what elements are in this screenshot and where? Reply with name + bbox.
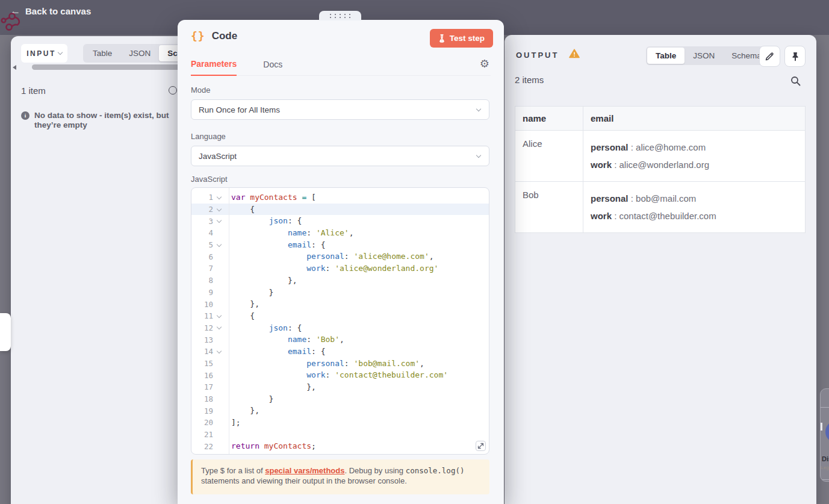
warning-icon: [569, 49, 580, 58]
code-line[interactable]: },: [231, 298, 489, 310]
mode-label: Mode: [191, 86, 211, 95]
code-line[interactable]: },: [231, 405, 489, 417]
name-cell: Bob: [515, 182, 583, 233]
line-number: 14: [191, 347, 213, 356]
name-cell: Alice: [515, 131, 583, 182]
input-source-selector[interactable]: INPUT: [21, 44, 67, 63]
table-row: Alicepersonal : alice@home.comwork : ali…: [515, 131, 806, 182]
code-editor[interactable]: 12345678910111213141516171819202122 var …: [191, 187, 489, 455]
chevron-down-icon: [476, 106, 481, 111]
flask-icon: [438, 34, 446, 43]
code-editor-label: JavaScript: [191, 175, 228, 184]
code-line[interactable]: personal: 'alice@home.com',: [231, 250, 489, 263]
output-title: OUTPUT: [516, 51, 559, 60]
code-line[interactable]: json: {: [231, 322, 489, 334]
input-tab-table[interactable]: Table: [84, 45, 120, 61]
info-icon: i: [21, 111, 29, 120]
line-number: 7: [191, 264, 213, 273]
line-number: 4: [191, 228, 213, 237]
output-table: nameemail Alicepersonal : alice@home.com…: [515, 106, 806, 233]
avatar: [825, 421, 829, 443]
line-number: 10: [191, 300, 213, 309]
n8n-logo-icon: [0, 10, 31, 33]
code-line[interactable]: {: [231, 204, 489, 216]
output-view-tabs: Table JSON Schema: [646, 46, 771, 65]
language-label: Language: [191, 132, 226, 141]
code-node-modal: {} Code Test step Parameters Docs ⚙ Mode…: [178, 20, 504, 504]
fold-chevron-icon[interactable]: [213, 220, 225, 222]
editor-hint: Type $ for a list of special vars/method…: [191, 459, 489, 494]
code-line[interactable]: work: 'alice@wonderland.org': [231, 263, 489, 275]
line-number: 20: [191, 418, 213, 427]
line-number: 13: [191, 335, 213, 344]
editor-resize-handle[interactable]: [476, 441, 486, 451]
code-line[interactable]: return myContacts;: [231, 440, 489, 452]
code-line[interactable]: json: {: [231, 215, 489, 227]
code-line[interactable]: },: [231, 275, 489, 287]
refresh-icon[interactable]: [169, 86, 177, 95]
fold-chevron-icon[interactable]: [213, 350, 225, 353]
line-number: 18: [191, 394, 213, 403]
language-select[interactable]: JavaScript: [191, 146, 489, 166]
widget-text: Dis: [822, 455, 829, 462]
input-tab-json[interactable]: JSON: [120, 45, 159, 61]
widget-subtext: dLega: [820, 465, 829, 470]
line-number: 21: [191, 430, 213, 439]
modal-tabs: Parameters Docs: [191, 54, 491, 76]
edit-output-button[interactable]: [759, 46, 780, 67]
pencil-icon: [765, 52, 774, 61]
line-number: 2: [191, 205, 213, 214]
test-step-button[interactable]: Test step: [430, 29, 493, 48]
output-tab-json[interactable]: JSON: [685, 48, 723, 64]
special-vars-link[interactable]: special vars/methods: [265, 466, 344, 475]
code-line[interactable]: }: [231, 393, 489, 405]
input-title: INPUT: [26, 49, 56, 58]
tab-parameters[interactable]: Parameters: [191, 59, 237, 76]
mode-select[interactable]: Run Once for All Items: [191, 99, 489, 120]
code-line[interactable]: var myContacts = [: [231, 191, 489, 204]
editor-gutter: 12345678910111213141516171819202122: [191, 191, 229, 452]
line-number: 5: [191, 240, 213, 249]
code-line[interactable]: personal: 'bob@mail.com',: [231, 358, 489, 370]
line-number: 22: [191, 442, 213, 451]
tab-docs[interactable]: Docs: [263, 60, 282, 75]
chevron-down-icon: [58, 50, 63, 55]
output-panel: OUTPUT Table JSON Schema 2 items nameema…: [505, 35, 816, 504]
code-line[interactable]: email: {: [231, 346, 489, 358]
pin-data-button[interactable]: [784, 46, 806, 67]
fold-chevron-icon[interactable]: [213, 196, 225, 199]
column-header: email: [583, 107, 806, 131]
search-icon[interactable]: [790, 76, 801, 86]
pin-icon: [791, 52, 800, 61]
gear-icon[interactable]: ⚙: [480, 57, 489, 70]
output-tab-table[interactable]: Table: [647, 48, 685, 64]
panel-collapse-handle[interactable]: [0, 313, 11, 351]
input-empty-message: No data to show - item(s) exist, but the…: [34, 111, 169, 130]
fold-chevron-icon[interactable]: [213, 315, 225, 317]
editor-code[interactable]: var myContacts = [ { json: { name: 'Alic…: [231, 191, 489, 452]
code-line[interactable]: ];: [231, 417, 489, 429]
code-line[interactable]: [231, 429, 489, 441]
line-number: 12: [191, 323, 213, 332]
line-number: 1: [191, 193, 213, 202]
column-header: name: [515, 107, 583, 131]
node-title: Code: [212, 30, 238, 42]
line-number: 15: [191, 359, 213, 368]
modal-drag-handle[interactable]: [319, 11, 361, 20]
code-line[interactable]: name: 'Bob',: [231, 334, 489, 346]
code-line[interactable]: name: 'Alice',: [231, 227, 489, 239]
line-number: 8: [191, 276, 213, 285]
line-number: 11: [191, 311, 213, 320]
code-line[interactable]: work: 'contact@thebuilder.com': [231, 369, 489, 381]
code-line[interactable]: }: [231, 287, 489, 299]
fold-chevron-icon[interactable]: [213, 208, 225, 211]
back-label: Back to canvas: [25, 6, 91, 16]
code-line[interactable]: {: [231, 310, 489, 322]
code-line[interactable]: },: [231, 381, 489, 393]
line-number: 17: [191, 382, 213, 391]
fold-chevron-icon[interactable]: [213, 244, 225, 246]
fold-chevron-icon[interactable]: [213, 326, 225, 329]
clipped-side-widget[interactable]: Dis dLega: [820, 388, 829, 482]
code-line[interactable]: email: {: [231, 239, 489, 251]
scroll-left-icon[interactable]: [13, 65, 16, 70]
